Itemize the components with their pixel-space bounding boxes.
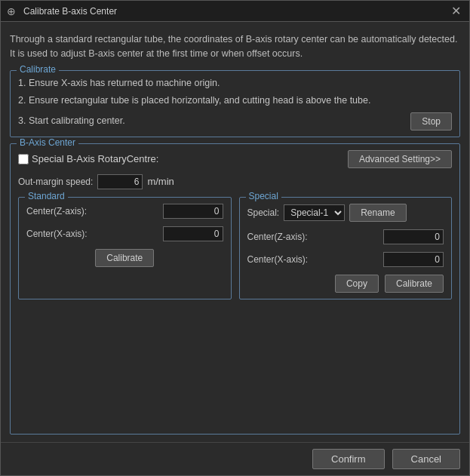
special-checkbox[interactable] <box>18 154 29 164</box>
special-header: Special: Special-1 Rename <box>247 204 444 222</box>
std-z-axis-row: Center(Z-axis): <box>26 204 223 219</box>
out-margin-label: Out-margin speed: <box>18 177 93 187</box>
rename-button[interactable]: Rename <box>349 204 406 222</box>
main-content: Through a standard rectangular tube, the… <box>1 22 469 442</box>
two-col-layout: Standard Center(Z-axis): Center(X-axis):… <box>18 197 452 299</box>
spec-x-axis-label: Center(X-axis): <box>247 254 309 265</box>
copy-button[interactable]: Copy <box>335 275 379 293</box>
spec-x-axis-input[interactable] <box>383 252 444 267</box>
spec-x-axis-row: Center(X-axis): <box>247 252 444 267</box>
special-btn-row: Copy Calibrate <box>247 275 444 293</box>
footer: Confirm Cancel <box>1 442 469 475</box>
step3: 3. Start calibrating center. <box>18 115 125 128</box>
calibrate-section: Calibrate 1. Ensure X-axis has returned … <box>10 70 460 137</box>
step3-row: 3. Start calibrating center. Stop <box>18 112 452 131</box>
step1: 1. Ensure X-axis has returned to machine… <box>18 77 452 91</box>
advanced-setting-button[interactable]: Advanced Setting>> <box>348 150 452 168</box>
special-label: Special <box>246 191 281 201</box>
baxis-section: B-Axis Center Special B-Axis RotaryCentr… <box>10 143 460 435</box>
std-x-axis-row: Center(X-axis): <box>26 226 223 241</box>
window-title: Calibrate B-axis Center <box>23 6 448 17</box>
standard-label: Standard <box>25 191 68 201</box>
spec-z-axis-row: Center(Z-axis): <box>247 229 444 244</box>
out-margin-input[interactable] <box>97 174 143 189</box>
confirm-button[interactable]: Confirm <box>312 449 385 469</box>
spec-z-axis-input[interactable] <box>383 229 444 244</box>
special-select[interactable]: Special-1 <box>284 204 345 221</box>
std-calibrate-button[interactable]: Calibrate <box>95 249 154 267</box>
std-z-axis-label: Center(Z-axis): <box>26 206 87 217</box>
calibrate-section-label: Calibrate <box>17 64 59 75</box>
std-calibrate-btn-row: Calibrate <box>26 249 223 267</box>
cancel-button[interactable]: Cancel <box>392 449 460 469</box>
step2: 2. Ensure rectangular tube is placed hor… <box>18 94 452 108</box>
intro-text: Through a standard rectangular tube, the… <box>10 29 460 64</box>
standard-section: Standard Center(Z-axis): Center(X-axis):… <box>18 197 232 299</box>
calibrate-steps: 1. Ensure X-axis has returned to machine… <box>18 77 452 131</box>
title-bar: ⊕ Calibrate B-axis Center ✕ <box>1 1 469 22</box>
special-checkbox-row: Special B-Axis RotaryCentre: <box>18 153 158 164</box>
spec-z-axis-label: Center(Z-axis): <box>247 232 308 242</box>
std-z-axis-input[interactable] <box>163 204 223 219</box>
out-margin-unit: m/min <box>147 176 174 187</box>
baxis-section-label: B-Axis Center <box>17 137 78 148</box>
special-select-label: Special: <box>247 207 280 218</box>
special-section: Special Special: Special-1 Rename Center… <box>239 197 453 299</box>
app-icon: ⊕ <box>7 5 19 17</box>
std-x-axis-label: Center(X-axis): <box>26 229 88 239</box>
std-x-axis-input[interactable] <box>163 226 223 241</box>
close-button[interactable]: ✕ <box>448 4 463 19</box>
baxis-header: Special B-Axis RotaryCentre: Advanced Se… <box>18 150 452 168</box>
spec-calibrate-button[interactable]: Calibrate <box>385 275 444 293</box>
main-window: ⊕ Calibrate B-axis Center ✕ Through a st… <box>0 0 470 476</box>
stop-button[interactable]: Stop <box>410 112 452 131</box>
out-margin-row: Out-margin speed: m/min <box>18 174 452 189</box>
special-checkbox-label: Special B-Axis RotaryCentre: <box>32 153 158 164</box>
